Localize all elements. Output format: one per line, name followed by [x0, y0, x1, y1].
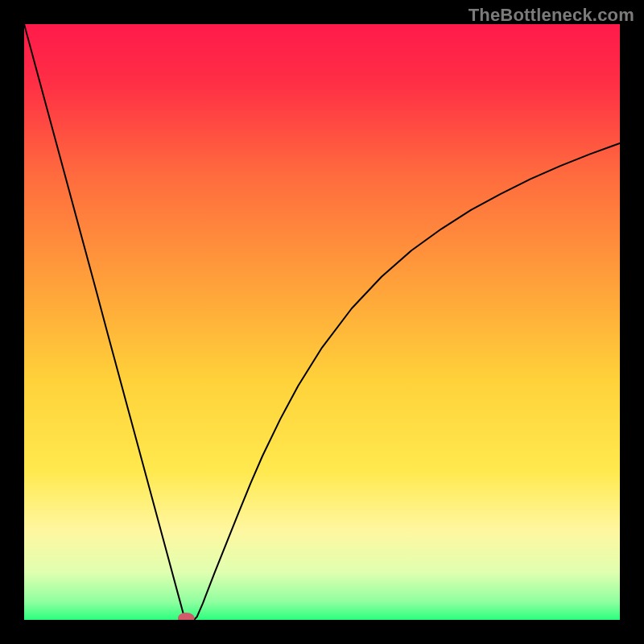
watermark-text: TheBottleneck.com [469, 5, 634, 26]
chart-frame: TheBottleneck.com [0, 0, 644, 644]
bottleneck-chart [24, 24, 620, 620]
plot-background [24, 24, 620, 620]
